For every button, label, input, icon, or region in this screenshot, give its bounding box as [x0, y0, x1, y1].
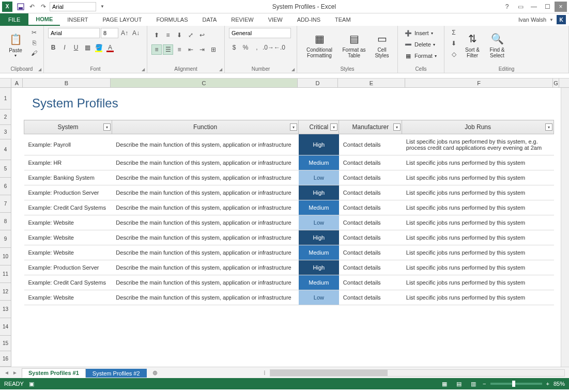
- font-name-select[interactable]: [48, 28, 100, 38]
- cell-manufacturer[interactable]: Contact details: [339, 134, 402, 155]
- cell-function[interactable]: Describe the main function of this syste…: [112, 275, 299, 290]
- cell-system[interactable]: Example: Website: [24, 290, 112, 305]
- format-painter-icon[interactable]: 🖌: [29, 49, 39, 58]
- filter-icon[interactable]: ▾: [103, 123, 111, 131]
- ribbon-display-icon[interactable]: ▭: [514, 2, 527, 12]
- cell-jobs[interactable]: List specific jobs runs performed by thi…: [402, 185, 554, 200]
- cell-jobs[interactable]: List specific jobs runs performed by thi…: [402, 134, 554, 155]
- align-right-icon[interactable]: ≡: [174, 44, 184, 55]
- row-header-10[interactable]: 10: [0, 248, 11, 265]
- border-icon[interactable]: ▦: [82, 42, 93, 53]
- cell-critical[interactable]: High: [299, 230, 339, 245]
- cell-function[interactable]: Describe the main function of this syste…: [112, 200, 299, 215]
- align-left-icon[interactable]: ≡: [151, 44, 162, 55]
- format-as-table-button[interactable]: ▤Format as Table: [340, 28, 368, 62]
- decrease-font-icon[interactable]: A↓: [131, 28, 141, 38]
- filter-icon[interactable]: ▾: [290, 123, 297, 131]
- bold-button[interactable]: B: [48, 42, 58, 53]
- col-header-D[interactable]: D: [298, 79, 338, 87]
- cell-manufacturer[interactable]: Contact details: [339, 170, 402, 185]
- cell-jobs[interactable]: List specific jobs runs performed by thi…: [402, 260, 554, 275]
- launcher-icon[interactable]: ◢: [291, 67, 295, 72]
- cell-manufacturer[interactable]: Contact details: [339, 245, 402, 260]
- cell-manufacturer[interactable]: Contact details: [339, 230, 402, 245]
- row-header-4[interactable]: 4: [0, 139, 11, 160]
- tab-insert[interactable]: INSERT: [60, 13, 95, 26]
- col-header-E[interactable]: E: [338, 79, 405, 87]
- find-select-button[interactable]: 🔍Find & Select: [486, 28, 509, 62]
- cell-critical[interactable]: Medium: [299, 155, 339, 170]
- cell-jobs[interactable]: List specific jobs runs performed by thi…: [402, 245, 554, 260]
- cell-function[interactable]: Describe the main function of this syste…: [112, 185, 299, 200]
- cell-system[interactable]: Example: Credit Card Systems: [24, 200, 112, 215]
- delete-cells-button[interactable]: ➖Delete▾: [402, 39, 437, 50]
- table-row[interactable]: Example: HRDescribe the main function of…: [24, 155, 554, 170]
- cell-jobs[interactable]: List specific jobs runs performed by thi…: [402, 275, 554, 290]
- cell-jobs[interactable]: List specific jobs runs performed by thi…: [402, 170, 554, 185]
- merge-icon[interactable]: ⊞: [208, 44, 219, 55]
- copy-icon[interactable]: ⎘: [29, 38, 39, 48]
- table-row[interactable]: Example: WebsiteDescribe the main functi…: [24, 245, 554, 260]
- zoom-slider[interactable]: [490, 383, 542, 385]
- italic-button[interactable]: I: [59, 42, 70, 53]
- comma-icon[interactable]: ,: [252, 42, 262, 53]
- col-header-G[interactable]: G: [553, 79, 559, 87]
- row-header-8[interactable]: 8: [0, 213, 11, 230]
- cell-critical[interactable]: Low: [299, 290, 339, 305]
- sheet-nav-last-icon[interactable]: ►: [11, 369, 19, 377]
- cell-function[interactable]: Describe the main function of this syste…: [112, 290, 299, 305]
- row-header-7[interactable]: 7: [0, 195, 11, 213]
- qat-font-select[interactable]: [50, 2, 96, 11]
- cell-manufacturer[interactable]: Contact details: [339, 275, 402, 290]
- col-header-C[interactable]: C: [111, 79, 298, 87]
- row-header-15[interactable]: 15: [0, 336, 11, 351]
- autosum-icon[interactable]: Σ: [449, 28, 459, 37]
- cell-function[interactable]: Describe the main function of this syste…: [112, 215, 299, 230]
- sort-filter-button[interactable]: ⇅Sort & Filter: [461, 28, 484, 62]
- col-header-B[interactable]: B: [23, 79, 111, 87]
- scrollbar-thumb[interactable]: [270, 370, 388, 376]
- cell-jobs[interactable]: List specific jobs runs performed by thi…: [402, 200, 554, 215]
- wrap-text-icon[interactable]: ↩: [197, 30, 207, 40]
- user-badge[interactable]: K: [557, 15, 566, 24]
- cell-jobs[interactable]: List specific jobs runs performed by thi…: [402, 290, 554, 305]
- vertical-scrollbar[interactable]: [561, 88, 569, 367]
- cell-critical[interactable]: Low: [299, 215, 339, 230]
- format-cells-button[interactable]: ▦Format▾: [402, 51, 439, 61]
- cell-manufacturer[interactable]: Contact details: [339, 155, 402, 170]
- table-row[interactable]: Example: PayrollDescribe the main functi…: [24, 134, 554, 155]
- save-icon[interactable]: [16, 2, 26, 12]
- tab-data[interactable]: DATA: [195, 13, 224, 26]
- file-tab[interactable]: FILE: [0, 13, 28, 26]
- cell-function[interactable]: Describe the main function of this syste…: [112, 134, 299, 155]
- align-middle-icon[interactable]: ≡: [163, 30, 173, 40]
- orientation-icon[interactable]: ⤢: [186, 30, 196, 40]
- tab-add-ins[interactable]: ADD-INS: [290, 13, 328, 26]
- clear-icon[interactable]: ◇: [449, 50, 459, 59]
- table-row[interactable]: Example: WebsiteDescribe the main functi…: [24, 215, 554, 230]
- table-row[interactable]: Example: Banking SystemDescribe the main…: [24, 170, 554, 185]
- cell-critical[interactable]: High: [299, 185, 339, 200]
- row-header-9[interactable]: 9: [0, 230, 11, 248]
- cell-critical[interactable]: Low: [299, 170, 339, 185]
- cell-system[interactable]: Example: Website: [24, 245, 112, 260]
- table-row[interactable]: Example: Credit Card SystemsDescribe the…: [24, 200, 554, 215]
- cell-function[interactable]: Describe the main function of this syste…: [112, 260, 299, 275]
- row-header-1[interactable]: 1: [0, 88, 11, 109]
- conditional-formatting-button[interactable]: ▦Conditional Formatting: [301, 28, 337, 62]
- cell-critical[interactable]: Medium: [299, 275, 339, 290]
- launcher-icon[interactable]: ◢: [38, 67, 41, 72]
- tab-page-layout[interactable]: PAGE LAYOUT: [95, 13, 149, 26]
- align-center-icon[interactable]: ☰: [163, 44, 173, 55]
- cell-function[interactable]: Describe the main function of this syste…: [112, 170, 299, 185]
- page-break-view-icon[interactable]: ▥: [468, 380, 479, 388]
- tab-formulas[interactable]: FORMULAS: [149, 13, 195, 26]
- decrease-indent-icon[interactable]: ⇤: [186, 44, 196, 55]
- row-header-13[interactable]: 13: [0, 301, 11, 318]
- cell-system[interactable]: Example: Banking System: [24, 170, 112, 185]
- cell-system[interactable]: Example: Website: [24, 230, 112, 245]
- table-header[interactable]: Manufacturer▾: [339, 120, 402, 134]
- table-header[interactable]: Critical▾: [299, 120, 339, 134]
- table-row[interactable]: Example: Production ServerDescribe the m…: [24, 185, 554, 200]
- formula-bar[interactable]: [0, 73, 569, 79]
